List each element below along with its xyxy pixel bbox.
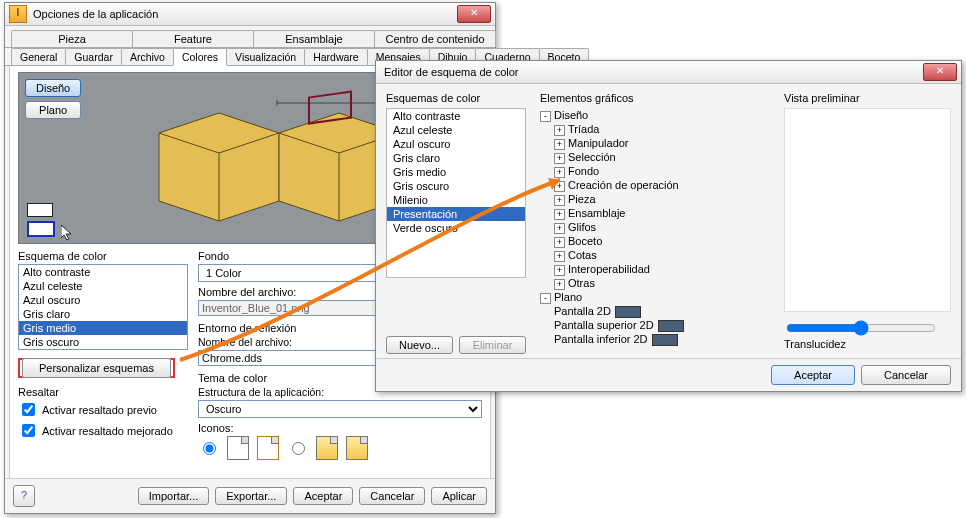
ed-accept-button[interactable]: Aceptar <box>771 365 855 385</box>
close-icon[interactable]: ✕ <box>457 5 491 23</box>
export-button[interactable]: Exportar... <box>215 487 287 505</box>
ed-scheme-item[interactable]: Azul oscuro <box>387 137 525 151</box>
struct-select[interactable]: Oscuro <box>198 400 482 418</box>
scheme-listbox[interactable]: Alto contrasteAzul celesteAzul oscuroGri… <box>18 264 188 350</box>
accept-button[interactable]: Aceptar <box>293 487 353 505</box>
tree-node[interactable]: +Tríada <box>540 122 770 136</box>
options-bottombar: ? Importar... Exportar... Aceptar Cancel… <box>5 478 495 513</box>
tree-node[interactable]: +Interoperabilidad <box>540 262 770 276</box>
help-icon[interactable]: ? <box>13 485 35 507</box>
tab-row-upper: Pieza Feature Ensamblaje Centro de conte… <box>5 26 495 48</box>
ed-scheme-item[interactable]: Verde oscuro <box>387 221 525 235</box>
delete-button[interactable]: Eliminar <box>459 336 526 354</box>
cancel-button[interactable]: Cancelar <box>359 487 425 505</box>
tab-pieza[interactable]: Pieza <box>11 30 133 47</box>
scheme-item[interactable]: Gris oscuro <box>19 335 187 349</box>
tree-node[interactable]: Pantalla 2D <box>540 304 770 318</box>
tab-guardar[interactable]: Guardar <box>65 48 122 65</box>
expand-icon[interactable]: + <box>554 195 565 206</box>
expand-icon[interactable]: + <box>554 223 565 234</box>
color-swatch[interactable] <box>652 334 678 346</box>
editor-titlebar[interactable]: Editor de esquema de color ✕ <box>376 61 961 84</box>
scheme-item[interactable]: Gris claro <box>19 307 187 321</box>
design-mode-button[interactable]: Diseño <box>25 79 81 97</box>
expand-icon[interactable]: + <box>554 279 565 290</box>
tab-centro-contenido[interactable]: Centro de contenido <box>374 30 496 47</box>
doc-icon-yellow <box>316 436 338 460</box>
chk-improved-highlight[interactable]: Activar resaltado mejorado <box>18 421 188 440</box>
scheme-item[interactable]: Azul celeste <box>19 279 187 293</box>
ed-scheme-item[interactable]: Alto contraste <box>387 109 525 123</box>
close-icon[interactable]: ✕ <box>923 63 957 81</box>
color-swatch[interactable] <box>658 320 684 332</box>
tree-node[interactable]: -Diseño <box>540 108 770 122</box>
tab-feature[interactable]: Feature <box>132 30 254 47</box>
doc-icon-yellow <box>346 436 368 460</box>
apply-button[interactable]: Aplicar <box>431 487 487 505</box>
ed-schemes-label: Esquemas de color <box>386 92 526 104</box>
editor-bottombar: Aceptar Cancelar <box>376 358 961 391</box>
tree-node[interactable]: +Boceto <box>540 234 770 248</box>
collapse-icon[interactable]: - <box>540 111 551 122</box>
scheme-editor-window: Editor de esquema de color ✕ Esquemas de… <box>375 60 962 392</box>
color-swatch[interactable] <box>615 306 641 318</box>
tab-hardware[interactable]: Hardware <box>304 48 368 65</box>
scheme-item[interactable]: Alto contraste <box>19 265 187 279</box>
expand-icon[interactable]: + <box>554 167 565 178</box>
swatch-blue[interactable] <box>27 221 55 237</box>
doc-icon <box>257 436 279 460</box>
plane-mode-button[interactable]: Plano <box>25 101 81 119</box>
ed-scheme-item[interactable]: Gris oscuro <box>387 179 525 193</box>
tree-node[interactable]: +Creación de operación <box>540 178 770 192</box>
expand-icon[interactable]: + <box>554 153 565 164</box>
ed-scheme-item[interactable]: Azul celeste <box>387 123 525 137</box>
tree-node[interactable]: +Otras <box>540 276 770 290</box>
ed-cancel-button[interactable]: Cancelar <box>861 365 951 385</box>
ed-scheme-item[interactable]: Gris claro <box>387 151 525 165</box>
tree-node[interactable]: +Ensamblaje <box>540 206 770 220</box>
expand-icon[interactable]: + <box>554 265 565 276</box>
expand-icon[interactable]: + <box>554 209 565 220</box>
tree-node[interactable]: +Manipulador <box>540 136 770 150</box>
ed-schemes-list[interactable]: Alto contrasteAzul celesteAzul oscuroGri… <box>386 108 526 278</box>
customize-schemes-button[interactable]: Personalizar esquemas <box>22 358 171 378</box>
scheme-label: Esquema de color <box>18 250 188 262</box>
ed-scheme-item[interactable]: Milenio <box>387 193 525 207</box>
elements-tree[interactable]: -Diseño+Tríada+Manipulador+Selección+Fon… <box>540 108 770 346</box>
expand-icon[interactable]: + <box>554 251 565 262</box>
expand-icon[interactable]: + <box>554 125 565 136</box>
tab-visualizacion[interactable]: Visualización <box>226 48 305 65</box>
translucency-label: Translucidez <box>784 338 951 350</box>
chk-prev-highlight[interactable]: Activar resaltado previo <box>18 400 188 419</box>
tree-node[interactable]: +Glifos <box>540 220 770 234</box>
tree-node[interactable]: +Fondo <box>540 164 770 178</box>
scheme-item[interactable]: Azul oscuro <box>19 293 187 307</box>
tree-node[interactable]: Pantalla superior 2D <box>540 318 770 332</box>
tree-node[interactable]: +Pieza <box>540 192 770 206</box>
scheme-item[interactable]: Milenio <box>19 349 187 350</box>
work-plane-swatches <box>27 203 55 237</box>
ed-scheme-item[interactable]: Presentación <box>387 207 525 221</box>
tree-node[interactable]: -Plano <box>540 290 770 304</box>
tab-archivo[interactable]: Archivo <box>121 48 174 65</box>
collapse-icon[interactable]: - <box>540 293 551 304</box>
tab-general[interactable]: General <box>11 48 66 65</box>
translucency-slider[interactable] <box>786 320 936 336</box>
icon-style-row <box>198 436 482 460</box>
options-titlebar[interactable]: I Opciones de la aplicación ✕ <box>5 3 495 26</box>
tree-node[interactable]: Pantalla inferior 2D <box>540 332 770 346</box>
expand-icon[interactable]: + <box>554 139 565 150</box>
import-button[interactable]: Importar... <box>138 487 210 505</box>
tab-colores[interactable]: Colores <box>173 48 227 66</box>
options-title: Opciones de la aplicación <box>33 8 457 20</box>
cursor-icon <box>61 225 73 241</box>
scheme-item[interactable]: Gris medio <box>19 321 187 335</box>
ed-scheme-item[interactable]: Gris medio <box>387 165 525 179</box>
swatch-white[interactable] <box>27 203 53 217</box>
tree-node[interactable]: +Cotas <box>540 248 770 262</box>
tab-ensamblaje[interactable]: Ensamblaje <box>253 30 375 47</box>
tree-node[interactable]: +Selección <box>540 150 770 164</box>
new-button[interactable]: Nuevo... <box>386 336 453 354</box>
expand-icon[interactable]: + <box>554 237 565 248</box>
expand-icon[interactable]: + <box>554 181 565 192</box>
